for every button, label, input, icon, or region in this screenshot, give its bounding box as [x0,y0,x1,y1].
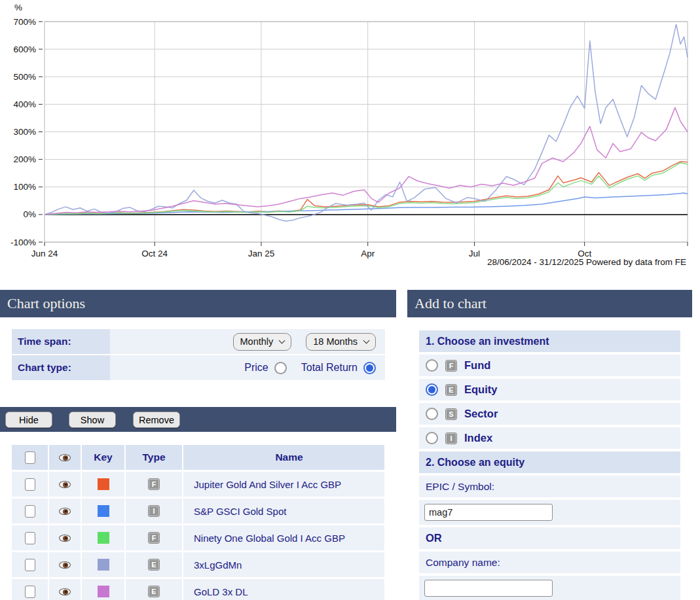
instrument-name: 3xLgGdMn [194,559,242,571]
svg-text:%: % [14,3,22,12]
holdings-table: Key Type Name F Jupiter Gold And Silver … [12,445,384,600]
instrument-type-badge: E [149,586,159,597]
series-key-swatch [98,559,109,571]
investment-option-sector[interactable]: S Sector [419,403,680,425]
investment-option-index[interactable]: I Index [419,427,680,449]
sector-radio[interactable] [426,408,438,420]
instrument-name: Jupiter Gold And Silver I Acc GBP [194,479,341,490]
holdings-row: F Ninety One Global Gold I Acc GBP [12,525,384,550]
name-column-header: Name [183,445,384,470]
visibility-eye-icon[interactable] [59,588,71,595]
chevron-down-icon [279,337,286,344]
chart-area: -100%0%100%200%300%400%500%600%700%Jun 2… [0,0,700,270]
holdings-row: F Jupiter Gold And Silver I Acc GBP [12,472,384,497]
investment-option-label: Fund [464,359,490,372]
svg-text:0%: 0% [23,209,36,219]
equity-radio[interactable] [426,383,438,396]
show-button[interactable]: Show [69,412,116,428]
or-label: OR [419,527,680,549]
epic-symbol-label: EPIC / Symbol: [419,476,680,497]
series-key-swatch [98,532,109,544]
svg-text:-100%: -100% [10,238,36,247]
choose-investment-heading: 1. Choose an investment [419,330,680,352]
instrument-type-badge: E [446,385,456,395]
price-radio[interactable] [274,362,287,374]
series-key-swatch [98,478,109,490]
svg-text:Jan 25: Jan 25 [248,249,275,258]
instrument-type-badge: F [446,361,456,371]
chart-options-table: Time span: Monthly 18 Months Chart type:… [12,329,385,381]
visibility-eye-icon[interactable] [59,481,71,488]
row-checkbox[interactable] [25,505,35,518]
svg-text:400%: 400% [13,99,36,109]
hide-button[interactable]: Hide [5,412,52,428]
chart-type-label: Chart type: [12,355,110,380]
svg-text:200%: 200% [13,154,36,164]
company-name-input[interactable] [424,580,553,597]
chevron-down-icon [363,337,370,344]
instrument-type-badge: I [446,433,456,444]
select-all-checkbox[interactable] [25,451,35,464]
instrument-name: GoLD 3x DL [194,586,248,597]
investment-option-label: Equity [464,383,497,396]
row-checkbox[interactable] [25,478,35,491]
svg-text:700%: 700% [13,17,36,27]
svg-text:100%: 100% [13,182,36,192]
instrument-name: S&P GSCI Gold Spot [194,506,286,517]
holdings-toolbar: Hide Show Remove [0,407,396,432]
remove-button[interactable]: Remove [133,412,180,428]
total-return-radio[interactable] [363,362,376,374]
index-radio[interactable] [426,432,438,444]
series-key-swatch [98,505,109,517]
instrument-name: Ninety One Global Gold I Acc GBP [194,533,345,544]
period-dropdown[interactable]: 18 Months [306,333,376,351]
svg-text:Apr: Apr [361,249,375,258]
svg-text:600%: 600% [13,44,36,54]
investment-option-fund[interactable]: F Fund [419,355,680,376]
svg-text:Oct 24: Oct 24 [141,249,168,258]
svg-text:500%: 500% [13,72,36,82]
series-key-swatch [98,586,109,597]
holdings-row: E 3xLgGdMn [12,552,384,577]
svg-text:300%: 300% [13,127,36,137]
svg-text:28/06/2024 - 31/12/2025 Powere: 28/06/2024 - 31/12/2025 Powered by data … [487,257,686,267]
choose-equity-heading: 2. Choose an equity [419,451,680,473]
holdings-row: E GoLD 3x DL [12,579,384,600]
instrument-type-badge: I [149,506,159,516]
row-checkbox[interactable] [25,532,35,544]
chart-options-panel-title: Chart options [0,290,396,317]
row-checkbox[interactable] [25,559,35,571]
visibility-eye-icon [59,454,71,461]
period-value: 18 Months [313,336,358,347]
time-span-label: Time span: [12,329,110,354]
add-to-chart-panel-title: Add to chart [407,290,692,317]
company-name-label: Company name: [419,552,680,573]
holdings-header-row: Key Type Name [12,445,384,470]
instrument-type-badge: S [446,409,456,419]
page: -100%0%100%200%300%400%500%600%700%Jun 2… [0,0,700,600]
visibility-eye-icon[interactable] [59,508,71,515]
performance-chart: -100%0%100%200%300%400%500%600%700%Jun 2… [0,0,700,270]
frequency-value: Monthly [240,336,274,347]
instrument-type-badge: F [149,533,159,543]
epic-symbol-input[interactable] [424,504,553,521]
visibility-eye-icon[interactable] [59,535,71,542]
add-to-chart-form: 1. Choose an investment F Fund E Equity … [419,330,680,600]
instrument-type-badge: E [149,559,159,570]
price-label: Price [244,362,268,374]
investment-option-label: Index [464,432,492,444]
type-column-header: Type [126,445,182,470]
investment-option-equity[interactable]: E Equity [419,379,680,400]
instrument-type-badge: F [149,479,159,489]
frequency-dropdown[interactable]: Monthly [233,333,292,351]
svg-text:Jul: Jul [469,249,480,258]
fund-radio[interactable] [426,359,438,372]
time-span-row: Time span: Monthly 18 Months [12,329,385,354]
row-checkbox[interactable] [25,586,35,598]
total-return-label: Total Return [301,362,358,374]
investment-option-label: Sector [464,408,498,420]
visibility-eye-icon[interactable] [59,561,71,569]
chart-type-row: Chart type: Price Total Return [12,355,385,380]
key-column-header: Key [82,445,124,470]
svg-text:Jun 24: Jun 24 [31,249,58,258]
